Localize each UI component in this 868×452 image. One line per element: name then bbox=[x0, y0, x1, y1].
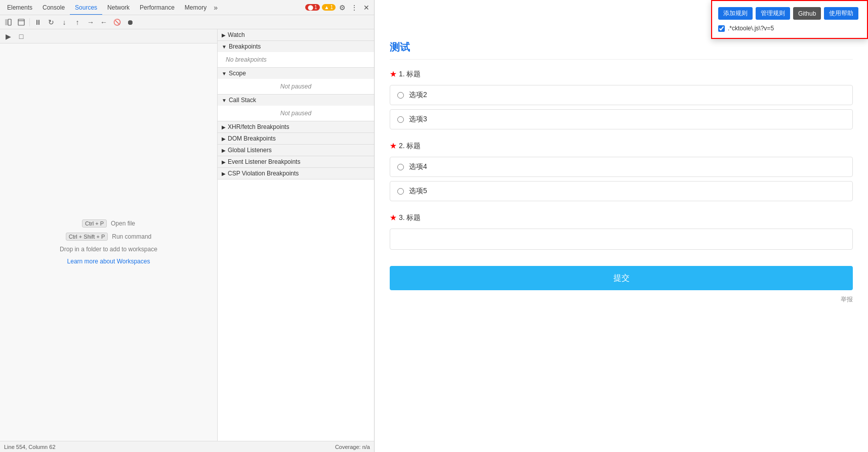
sources-body: ▶ □ Ctrl + P Open file Ctrl + Shift + P … bbox=[0, 29, 374, 441]
more-tabs-icon[interactable]: » bbox=[212, 4, 220, 12]
watch-arrow: ▶ bbox=[222, 32, 226, 38]
tab-console[interactable]: Console bbox=[37, 0, 70, 15]
q2-radio-option5[interactable] bbox=[397, 188, 404, 195]
question-3-required: ★ bbox=[390, 213, 399, 221]
step-over-icon[interactable]: ↻ bbox=[45, 17, 57, 28]
tab-elements[interactable]: Elements bbox=[2, 0, 37, 15]
breakpoints-content: No breakpoints bbox=[218, 52, 374, 67]
toggle-sidebar-icon[interactable] bbox=[2, 17, 14, 28]
question-1: ★ 1. 标题 选项2 选项3 bbox=[390, 70, 853, 129]
dom-breakpoints-header[interactable]: ▶ DOM Breakpoints bbox=[218, 133, 374, 144]
question-1-option-3[interactable]: 选项3 bbox=[390, 109, 853, 129]
question-3-title: ★ 3. 标题 bbox=[390, 213, 853, 222]
github-button[interactable]: Github bbox=[793, 7, 821, 20]
tab-sources[interactable]: Sources bbox=[70, 0, 102, 15]
tab-memory[interactable]: Memory bbox=[180, 0, 212, 15]
call-stack-label: Call Stack bbox=[229, 97, 256, 104]
svg-rect-2 bbox=[18, 19, 24, 25]
webpage-area: 添加规则 管理规则 Github 使用帮助 .*cktoole\.js\?v=5… bbox=[375, 0, 868, 452]
question-1-option-2[interactable]: 选项2 bbox=[390, 85, 853, 105]
event-listener-breakpoints-section: ▶ Event Listener Breakpoints bbox=[218, 156, 374, 168]
report-link[interactable]: 举报 bbox=[390, 295, 853, 304]
breakpoints-section: ▼ Breakpoints No breakpoints bbox=[218, 41, 374, 68]
question-2-option-4[interactable]: 选项4 bbox=[390, 157, 853, 177]
cursor-position: Line 554, Column 62 bbox=[4, 444, 56, 450]
breakpoints-panel: ▶ Watch ▼ Breakpoints No breakpoints bbox=[218, 29, 374, 441]
step-icon[interactable]: → bbox=[85, 17, 97, 28]
xhr-breakpoints-header[interactable]: ▶ XHR/fetch Breakpoints bbox=[218, 121, 374, 132]
csp-violation-header[interactable]: ▶ CSP Violation Breakpoints bbox=[218, 168, 374, 179]
ctrl-p-key: Ctrl + P bbox=[82, 219, 107, 228]
scope-header[interactable]: ▼ Scope bbox=[218, 68, 374, 79]
popup-checkbox-row: .*cktoole\.js\?v=5 bbox=[718, 25, 861, 32]
breakpoints-arrow: ▼ bbox=[222, 44, 227, 50]
question-2: ★ 2. 标题 选项4 选项5 bbox=[390, 142, 853, 201]
learn-workspaces-link[interactable]: Learn more about Workspaces bbox=[67, 258, 150, 265]
q1-option3-label: 选项3 bbox=[409, 115, 427, 124]
q2-radio-option4[interactable] bbox=[397, 164, 404, 170]
call-stack-not-paused: Not paused bbox=[226, 108, 366, 119]
ctrl-shift-p-key: Ctrl + Shift + P bbox=[66, 233, 108, 241]
more-options-icon[interactable]: ⋮ bbox=[349, 2, 360, 13]
scope-label: Scope bbox=[229, 70, 246, 77]
open-file-hint: Ctrl + P Open file bbox=[82, 219, 135, 228]
tab-network[interactable]: Network bbox=[102, 0, 135, 15]
svg-rect-1 bbox=[8, 19, 11, 25]
question-2-option-5[interactable]: 选项5 bbox=[390, 181, 853, 201]
submit-button[interactable]: 提交 bbox=[390, 266, 853, 290]
step-out-icon[interactable]: ↑ bbox=[71, 17, 84, 28]
question-3: ★ 3. 标题 bbox=[390, 213, 853, 250]
global-listeners-header[interactable]: ▶ Global Listeners bbox=[218, 145, 374, 156]
question-1-required: ★ bbox=[390, 70, 399, 78]
open-file-label: Open file bbox=[111, 220, 135, 227]
call-stack-header[interactable]: ▼ Call Stack bbox=[218, 95, 374, 106]
q3-text-input[interactable] bbox=[390, 229, 853, 250]
csp-violation-breakpoints-section: ▶ CSP Violation Breakpoints bbox=[218, 168, 374, 179]
q1-radio-option3[interactable] bbox=[397, 116, 404, 123]
step-back-icon[interactable]: ← bbox=[98, 17, 110, 28]
watch-label: Watch bbox=[228, 31, 245, 38]
q2-option4-label: 选项4 bbox=[409, 162, 427, 171]
rule-checkbox[interactable] bbox=[718, 25, 725, 32]
sources-panel-open[interactable]: □ bbox=[15, 31, 27, 42]
svg-rect-0 bbox=[5, 19, 8, 25]
manage-rule-button[interactable]: 管理规则 bbox=[756, 7, 790, 20]
q1-radio-option2[interactable] bbox=[397, 92, 404, 99]
error-badge: ⬤1 bbox=[305, 4, 320, 11]
question-1-title: ★ 1. 标题 bbox=[390, 70, 853, 79]
question-2-required: ★ bbox=[390, 142, 399, 150]
sources-panel-toggle[interactable]: ▶ bbox=[2, 31, 14, 42]
q1-option2-label: 选项2 bbox=[409, 91, 427, 100]
add-rule-button[interactable]: 添加规则 bbox=[718, 7, 753, 20]
call-stack-section: ▼ Call Stack Not paused bbox=[218, 95, 374, 121]
deactivate-breakpoints-icon[interactable]: 🚫 bbox=[111, 17, 123, 28]
run-command-label: Run command bbox=[112, 233, 151, 240]
breakpoints-header[interactable]: ▼ Breakpoints bbox=[218, 41, 374, 52]
close-icon[interactable]: ✕ bbox=[361, 2, 372, 13]
watch-header[interactable]: ▶ Watch bbox=[218, 29, 374, 40]
warn-badge: ▲1 bbox=[322, 4, 336, 11]
dom-breakpoints-section: ▶ DOM Breakpoints bbox=[218, 133, 374, 145]
scope-not-paused: Not paused bbox=[226, 81, 366, 92]
popup-buttons-row: 添加规则 管理规则 Github 使用帮助 bbox=[718, 7, 861, 20]
survey-title: 测试 bbox=[390, 40, 853, 60]
help-button[interactable]: 使用帮助 bbox=[824, 7, 858, 20]
scope-section: ▼ Scope Not paused bbox=[218, 68, 374, 95]
settings-icon[interactable]: ⚙ bbox=[337, 2, 348, 13]
drop-folder-hint: Drop in a folder to add to workspace bbox=[60, 246, 157, 253]
step-into-icon[interactable]: ↓ bbox=[58, 17, 70, 28]
question-2-title: ★ 2. 标题 bbox=[390, 142, 853, 151]
event-listener-header[interactable]: ▶ Event Listener Breakpoints bbox=[218, 156, 374, 167]
watch-section: ▶ Watch bbox=[218, 29, 374, 41]
global-listeners-section: ▶ Global Listeners bbox=[218, 145, 374, 156]
pause-on-exceptions-icon[interactable]: ⏺ bbox=[124, 17, 136, 28]
breakpoints-label: Breakpoints bbox=[229, 43, 261, 50]
extension-popup: 添加规则 管理规则 Github 使用帮助 .*cktoole\.js\?v=5 bbox=[711, 0, 868, 39]
call-stack-content: Not paused bbox=[218, 106, 374, 121]
tab-performance[interactable]: Performance bbox=[135, 0, 180, 15]
status-bar: Line 554, Column 62 Coverage: n/a bbox=[0, 441, 374, 452]
pause-icon[interactable]: ⏸ bbox=[32, 17, 44, 28]
no-breakpoints-text: No breakpoints bbox=[226, 54, 366, 65]
toggle-open-icon[interactable] bbox=[15, 17, 27, 28]
devtools-tabs-bar: Elements Console Sources Network Perform… bbox=[0, 0, 374, 15]
